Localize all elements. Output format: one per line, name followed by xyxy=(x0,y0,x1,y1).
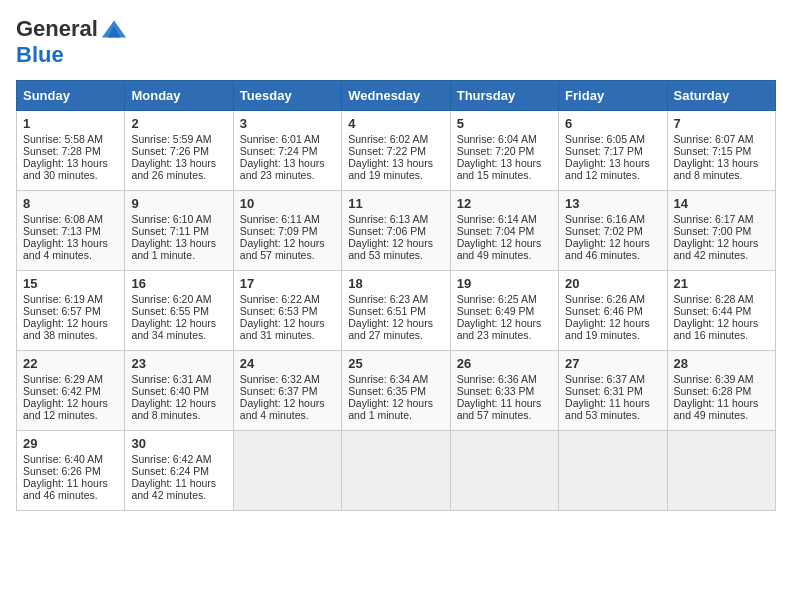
logo: General Blue xyxy=(16,16,128,68)
sunrise: Sunrise: 6:07 AM xyxy=(674,133,754,145)
day-number: 24 xyxy=(240,356,335,371)
sunset: Sunset: 6:53 PM xyxy=(240,305,318,317)
day-number: 1 xyxy=(23,116,118,131)
sunset: Sunset: 7:04 PM xyxy=(457,225,535,237)
daylight: Daylight: 13 hours and 1 minute. xyxy=(131,237,216,261)
daylight: Daylight: 12 hours and 19 minutes. xyxy=(565,317,650,341)
daylight: Daylight: 11 hours and 49 minutes. xyxy=(674,397,759,421)
calendar-cell: 28Sunrise: 6:39 AMSunset: 6:28 PMDayligh… xyxy=(667,351,775,431)
sunset: Sunset: 6:57 PM xyxy=(23,305,101,317)
day-header-friday: Friday xyxy=(559,81,667,111)
sunset: Sunset: 6:51 PM xyxy=(348,305,426,317)
calendar-cell: 27Sunrise: 6:37 AMSunset: 6:31 PMDayligh… xyxy=(559,351,667,431)
sunset: Sunset: 6:33 PM xyxy=(457,385,535,397)
calendar-body: 1Sunrise: 5:58 AMSunset: 7:28 PMDaylight… xyxy=(17,111,776,511)
daylight: Daylight: 13 hours and 19 minutes. xyxy=(348,157,433,181)
sunset: Sunset: 7:06 PM xyxy=(348,225,426,237)
sunset: Sunset: 7:09 PM xyxy=(240,225,318,237)
calendar-cell xyxy=(342,431,450,511)
daylight: Daylight: 13 hours and 30 minutes. xyxy=(23,157,108,181)
calendar-week-2: 8Sunrise: 6:08 AMSunset: 7:13 PMDaylight… xyxy=(17,191,776,271)
daylight: Daylight: 12 hours and 27 minutes. xyxy=(348,317,433,341)
day-number: 10 xyxy=(240,196,335,211)
sunset: Sunset: 7:13 PM xyxy=(23,225,101,237)
calendar-cell: 8Sunrise: 6:08 AMSunset: 7:13 PMDaylight… xyxy=(17,191,125,271)
sunrise: Sunrise: 6:40 AM xyxy=(23,453,103,465)
sunrise: Sunrise: 6:05 AM xyxy=(565,133,645,145)
daylight: Daylight: 12 hours and 38 minutes. xyxy=(23,317,108,341)
daylight: Daylight: 11 hours and 53 minutes. xyxy=(565,397,650,421)
daylight: Daylight: 11 hours and 42 minutes. xyxy=(131,477,216,501)
day-number: 6 xyxy=(565,116,660,131)
daylight: Daylight: 13 hours and 4 minutes. xyxy=(23,237,108,261)
daylight: Daylight: 12 hours and 1 minute. xyxy=(348,397,433,421)
calendar-cell: 10Sunrise: 6:11 AMSunset: 7:09 PMDayligh… xyxy=(233,191,341,271)
sunset: Sunset: 6:28 PM xyxy=(674,385,752,397)
calendar-cell: 11Sunrise: 6:13 AMSunset: 7:06 PMDayligh… xyxy=(342,191,450,271)
calendar-cell: 12Sunrise: 6:14 AMSunset: 7:04 PMDayligh… xyxy=(450,191,558,271)
calendar-cell: 3Sunrise: 6:01 AMSunset: 7:24 PMDaylight… xyxy=(233,111,341,191)
day-number: 3 xyxy=(240,116,335,131)
sunrise: Sunrise: 6:32 AM xyxy=(240,373,320,385)
day-number: 8 xyxy=(23,196,118,211)
sunrise: Sunrise: 6:11 AM xyxy=(240,213,320,225)
day-number: 30 xyxy=(131,436,226,451)
sunrise: Sunrise: 6:37 AM xyxy=(565,373,645,385)
day-header-thursday: Thursday xyxy=(450,81,558,111)
daylight: Daylight: 12 hours and 57 minutes. xyxy=(240,237,325,261)
day-number: 25 xyxy=(348,356,443,371)
sunrise: Sunrise: 5:58 AM xyxy=(23,133,103,145)
calendar-cell xyxy=(450,431,558,511)
calendar-cell: 6Sunrise: 6:05 AMSunset: 7:17 PMDaylight… xyxy=(559,111,667,191)
sunrise: Sunrise: 6:10 AM xyxy=(131,213,211,225)
calendar-cell: 1Sunrise: 5:58 AMSunset: 7:28 PMDaylight… xyxy=(17,111,125,191)
day-number: 17 xyxy=(240,276,335,291)
sunset: Sunset: 7:02 PM xyxy=(565,225,643,237)
sunrise: Sunrise: 6:14 AM xyxy=(457,213,537,225)
sunset: Sunset: 6:42 PM xyxy=(23,385,101,397)
page-header: General Blue xyxy=(16,16,776,68)
day-number: 22 xyxy=(23,356,118,371)
day-header-monday: Monday xyxy=(125,81,233,111)
sunrise: Sunrise: 6:01 AM xyxy=(240,133,320,145)
sunrise: Sunrise: 6:20 AM xyxy=(131,293,211,305)
sunset: Sunset: 7:26 PM xyxy=(131,145,209,157)
sunset: Sunset: 6:24 PM xyxy=(131,465,209,477)
calendar-cell: 2Sunrise: 5:59 AMSunset: 7:26 PMDaylight… xyxy=(125,111,233,191)
sunrise: Sunrise: 6:08 AM xyxy=(23,213,103,225)
daylight: Daylight: 13 hours and 8 minutes. xyxy=(674,157,759,181)
calendar-cell: 29Sunrise: 6:40 AMSunset: 6:26 PMDayligh… xyxy=(17,431,125,511)
sunrise: Sunrise: 5:59 AM xyxy=(131,133,211,145)
day-number: 15 xyxy=(23,276,118,291)
daylight: Daylight: 12 hours and 16 minutes. xyxy=(674,317,759,341)
sunset: Sunset: 6:44 PM xyxy=(674,305,752,317)
day-header-tuesday: Tuesday xyxy=(233,81,341,111)
day-number: 12 xyxy=(457,196,552,211)
sunset: Sunset: 7:00 PM xyxy=(674,225,752,237)
sunrise: Sunrise: 6:04 AM xyxy=(457,133,537,145)
day-number: 4 xyxy=(348,116,443,131)
logo-icon xyxy=(100,18,128,40)
daylight: Daylight: 12 hours and 31 minutes. xyxy=(240,317,325,341)
calendar-cell: 19Sunrise: 6:25 AMSunset: 6:49 PMDayligh… xyxy=(450,271,558,351)
day-number: 5 xyxy=(457,116,552,131)
sunrise: Sunrise: 6:25 AM xyxy=(457,293,537,305)
sunrise: Sunrise: 6:22 AM xyxy=(240,293,320,305)
calendar-cell: 23Sunrise: 6:31 AMSunset: 6:40 PMDayligh… xyxy=(125,351,233,431)
day-number: 19 xyxy=(457,276,552,291)
day-number: 27 xyxy=(565,356,660,371)
sunset: Sunset: 6:40 PM xyxy=(131,385,209,397)
calendar-header-row: SundayMondayTuesdayWednesdayThursdayFrid… xyxy=(17,81,776,111)
daylight: Daylight: 12 hours and 12 minutes. xyxy=(23,397,108,421)
daylight: Daylight: 13 hours and 23 minutes. xyxy=(240,157,325,181)
daylight: Daylight: 13 hours and 15 minutes. xyxy=(457,157,542,181)
daylight: Daylight: 13 hours and 12 minutes. xyxy=(565,157,650,181)
calendar-week-1: 1Sunrise: 5:58 AMSunset: 7:28 PMDaylight… xyxy=(17,111,776,191)
day-number: 29 xyxy=(23,436,118,451)
day-number: 11 xyxy=(348,196,443,211)
calendar-week-5: 29Sunrise: 6:40 AMSunset: 6:26 PMDayligh… xyxy=(17,431,776,511)
sunset: Sunset: 6:49 PM xyxy=(457,305,535,317)
sunset: Sunset: 7:24 PM xyxy=(240,145,318,157)
calendar-cell: 22Sunrise: 6:29 AMSunset: 6:42 PMDayligh… xyxy=(17,351,125,431)
daylight: Daylight: 12 hours and 34 minutes. xyxy=(131,317,216,341)
